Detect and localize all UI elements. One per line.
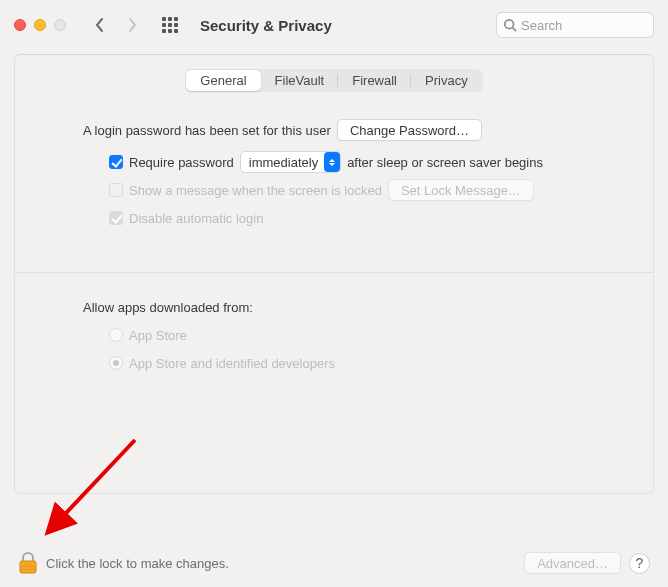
svg-line-5 <box>50 440 135 530</box>
require-password-delay-value: immediately <box>249 155 318 170</box>
svg-point-0 <box>505 20 514 29</box>
window-title: Security & Privacy <box>200 17 332 34</box>
search-field[interactable]: Search <box>496 12 654 38</box>
tab-privacy[interactable]: Privacy <box>411 70 482 91</box>
lock-icon[interactable] <box>18 551 38 575</box>
advanced-button: Advanced… <box>524 552 621 574</box>
close-window-button[interactable] <box>14 19 26 31</box>
tab-firewall[interactable]: Firewall <box>338 70 411 91</box>
chevron-updown-icon <box>324 152 340 172</box>
titlebar: Security & Privacy Search <box>0 0 668 50</box>
tab-general[interactable]: General <box>186 70 260 91</box>
allow-apps-appstore-label: App Store <box>129 328 187 343</box>
set-lock-message-button: Set Lock Message… <box>388 179 534 201</box>
window-controls <box>14 19 66 31</box>
zoom-window-button <box>54 19 66 31</box>
allow-apps-identified-radio <box>109 356 123 370</box>
allow-apps-heading: Allow apps downloaded from: <box>83 300 253 315</box>
forward-button <box>120 13 144 37</box>
lock-text: Click the lock to make changes. <box>46 556 229 571</box>
help-button[interactable]: ? <box>629 553 650 574</box>
tab-bar: General FileVault Firewall Privacy <box>185 69 482 92</box>
back-button[interactable] <box>88 13 112 37</box>
require-password-label-pre: Require password <box>129 155 234 170</box>
minimize-window-button[interactable] <box>34 19 46 31</box>
allow-apps-identified-label: App Store and identified developers <box>129 356 335 371</box>
tab-filevault[interactable]: FileVault <box>261 70 339 91</box>
svg-line-1 <box>513 28 517 32</box>
allow-apps-appstore-radio <box>109 328 123 342</box>
login-password-text: A login password has been set for this u… <box>83 123 331 138</box>
svg-rect-4 <box>20 569 36 570</box>
search-icon <box>503 18 517 32</box>
require-password-checkbox[interactable] <box>109 155 123 169</box>
disable-auto-login-label: Disable automatic login <box>129 211 263 226</box>
search-placeholder: Search <box>521 18 562 33</box>
change-password-button[interactable]: Change Password… <box>337 119 482 141</box>
require-password-label-post: after sleep or screen saver begins <box>347 155 543 170</box>
preference-panel: General FileVault Firewall Privacy A log… <box>14 54 654 494</box>
disable-auto-login-checkbox <box>109 211 123 225</box>
annotation-arrow <box>30 430 150 550</box>
footer-bar: Click the lock to make changes. Advanced… <box>18 551 650 575</box>
svg-rect-3 <box>20 566 36 567</box>
show-all-preferences-button[interactable] <box>162 17 178 33</box>
require-password-delay-select[interactable]: immediately <box>240 151 341 173</box>
show-lock-message-checkbox <box>109 183 123 197</box>
divider <box>15 272 653 273</box>
show-lock-message-label: Show a message when the screen is locked <box>129 183 382 198</box>
